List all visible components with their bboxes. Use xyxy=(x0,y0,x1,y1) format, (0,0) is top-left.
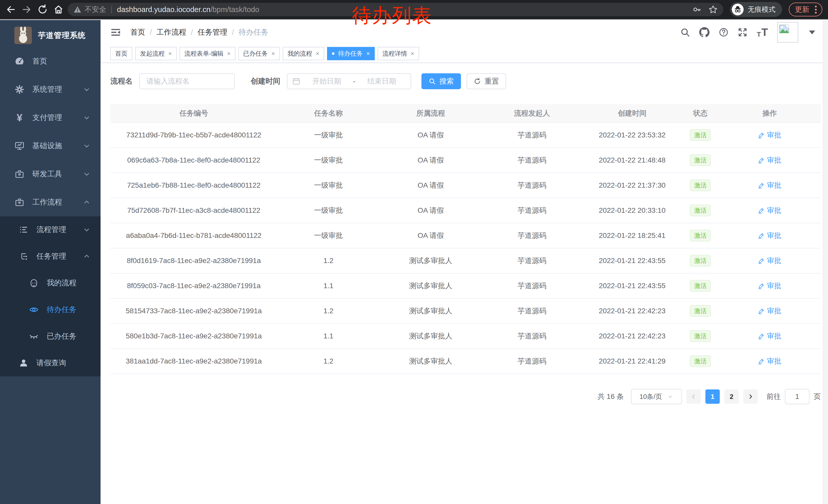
sidebar-item-process-management[interactable]: 流程管理 xyxy=(0,216,100,243)
breadcrumb-workflow[interactable]: 工作流程 xyxy=(157,27,186,37)
cell-initiator: 芋道源码 xyxy=(482,273,582,299)
tab-todo-tasks[interactable]: 待办任务 × xyxy=(327,47,375,60)
cell-task-name: 一级审批 xyxy=(277,223,380,248)
cell-task-id: 725a1eb6-7b88-11ec-8ef0-acde48001122 xyxy=(110,173,277,198)
sidebar-item-done-tasks[interactable]: 已办任务 xyxy=(0,323,100,350)
calendar-icon xyxy=(292,77,300,85)
table-row: a6aba0a4-7b6d-11ec-b781-acde48001122 一级审… xyxy=(110,223,821,248)
sidebar-item-dev-tools[interactable]: 研发工具 xyxy=(0,160,100,188)
approve-button[interactable]: 审批 xyxy=(758,180,781,190)
close-icon[interactable]: × xyxy=(316,50,319,57)
reset-button[interactable]: 重置 xyxy=(466,73,506,89)
sidebar-item-task-management[interactable]: 任务管理 xyxy=(0,243,100,270)
approve-button[interactable]: 审批 xyxy=(758,130,781,140)
status-badge: 激活 xyxy=(690,280,711,292)
caret-down-icon[interactable] xyxy=(809,31,815,34)
page-size-select[interactable]: 10条/页 xyxy=(631,389,682,404)
url-host[interactable]: dashboard.yudao.iocoder.cn xyxy=(117,5,210,13)
breadcrumb-task-management[interactable]: 任务管理 xyxy=(198,27,227,37)
close-icon[interactable]: × xyxy=(227,50,231,57)
sidebar-item-payment[interactable]: ¥ 支付管理 xyxy=(0,103,100,132)
browser-menu-icon[interactable] xyxy=(813,6,818,13)
cell-process: OA 请假 xyxy=(380,223,482,248)
sidebar-item-my-processes[interactable]: 我的流程 xyxy=(0,270,100,296)
approve-button[interactable]: 审批 xyxy=(758,155,781,165)
status-badge: 激活 xyxy=(690,230,711,241)
cell-task-name: 一级审批 xyxy=(277,198,380,223)
close-icon[interactable]: × xyxy=(272,50,275,57)
workflow-submenu: 流程管理 任务管理 我的流程 xyxy=(0,216,100,376)
help-icon[interactable] xyxy=(719,28,729,37)
not-secure-label[interactable]: 不安全 xyxy=(85,5,106,14)
browser-home-icon[interactable] xyxy=(52,3,65,16)
sidebar-item-label: 我的流程 xyxy=(47,278,76,288)
eye-icon xyxy=(29,305,39,315)
goto-page-input[interactable] xyxy=(785,389,810,404)
next-page-button[interactable] xyxy=(743,390,758,404)
cell-process: 测试多审批人 xyxy=(380,273,482,299)
sidebar-collapse-icon[interactable] xyxy=(110,27,121,38)
approve-button[interactable]: 审批 xyxy=(758,256,781,266)
cell-initiator: 芋道源码 xyxy=(482,349,582,374)
incognito-badge: 无痕模式 xyxy=(730,2,782,17)
bookmark-star-icon[interactable] xyxy=(708,5,718,14)
app-logo[interactable]: 芋道管理系统 xyxy=(0,20,100,46)
browser-reload-icon[interactable] xyxy=(36,3,49,16)
browser-update-button[interactable]: 更新 xyxy=(789,3,822,16)
tab-process-detail[interactable]: 流程详情 × xyxy=(378,47,419,60)
sidebar-item-leave-query[interactable]: 请假查询 xyxy=(0,350,100,376)
approve-button[interactable]: 审批 xyxy=(758,356,781,366)
close-icon[interactable]: × xyxy=(411,50,414,57)
close-icon[interactable]: × xyxy=(168,50,172,57)
breadcrumb-home[interactable]: 首页 xyxy=(130,27,145,37)
browser-back-icon[interactable] xyxy=(4,3,17,16)
scrollbar[interactable] xyxy=(823,20,828,504)
approve-button[interactable]: 审批 xyxy=(758,306,781,316)
approve-button[interactable]: 审批 xyxy=(758,281,781,291)
start-date-placeholder[interactable]: 开始日期 xyxy=(302,77,351,86)
cell-initiator: 芋道源码 xyxy=(482,148,582,173)
pagination: 共 16 条 10条/页 1 2 xyxy=(110,389,821,415)
sidebar-item-home[interactable]: 首页 xyxy=(0,47,100,75)
end-date-placeholder[interactable]: 结束日期 xyxy=(358,77,406,86)
prev-page-button[interactable] xyxy=(687,390,701,404)
sidebar-item-infrastructure[interactable]: 基础设施 xyxy=(0,132,100,160)
page-button-1[interactable]: 1 xyxy=(705,390,720,404)
search-icon[interactable] xyxy=(680,28,690,37)
cell-task-name: 一级审批 xyxy=(277,173,380,198)
process-name-input[interactable] xyxy=(139,73,235,89)
user-icon xyxy=(18,358,29,368)
sidebar-item-system[interactable]: 系统管理 xyxy=(0,75,100,103)
table-row: 069c6a63-7b8a-11ec-8ef0-acde48001122 一级审… xyxy=(110,148,821,173)
cell-process: OA 请假 xyxy=(380,123,482,148)
tab-start-process[interactable]: 发起流程 × xyxy=(135,47,177,60)
approve-button[interactable]: 审批 xyxy=(758,331,781,341)
tab-my-processes[interactable]: 我的流程 × xyxy=(283,47,324,60)
avatar[interactable] xyxy=(777,22,798,43)
cell-task-id: 75d72608-7b7f-11ec-a3c8-acde48001122 xyxy=(110,198,277,223)
browser-forward-icon[interactable] xyxy=(20,3,33,16)
approve-button[interactable]: 审批 xyxy=(758,231,781,240)
date-range-picker[interactable]: 开始日期 - 结束日期 xyxy=(287,73,411,89)
github-icon[interactable] xyxy=(699,27,709,37)
password-key-icon[interactable] xyxy=(693,5,701,14)
approve-button[interactable]: 审批 xyxy=(758,205,781,215)
chevron-down-icon xyxy=(83,114,90,121)
sidebar-item-workflow[interactable]: 工作流程 xyxy=(0,188,100,216)
url-separator xyxy=(111,6,112,13)
search-button[interactable]: 搜索 xyxy=(421,73,461,89)
fullscreen-icon[interactable] xyxy=(738,28,747,37)
update-label[interactable]: 更新 xyxy=(795,5,809,14)
col-actions: 操作 xyxy=(718,104,821,123)
close-icon[interactable]: × xyxy=(366,50,370,57)
tab-done-tasks[interactable]: 已办任务 × xyxy=(238,47,280,60)
chevron-down-icon xyxy=(83,171,90,178)
sidebar-item-label: 流程管理 xyxy=(36,225,66,235)
sidebar-item-todo-tasks[interactable]: 待办任务 xyxy=(0,296,100,323)
tab-process-form-edit[interactable]: 流程表单-编辑 × xyxy=(179,47,236,60)
font-size-icon[interactable]: TT xyxy=(757,27,768,38)
tab-label: 已办任务 xyxy=(243,49,268,58)
sidebar-item-label: 请假查询 xyxy=(36,358,66,368)
page-button-2[interactable]: 2 xyxy=(724,390,739,404)
tab-home[interactable]: 首页 xyxy=(110,47,132,60)
